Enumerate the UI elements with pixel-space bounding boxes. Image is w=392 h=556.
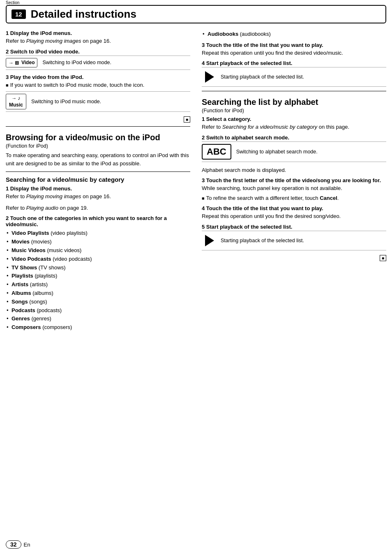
- sa-step4-body: Repeat this operation until you find the…: [202, 212, 386, 220]
- list-item: Composers (composers): [6, 323, 190, 332]
- list-item: Playlists (playlists): [6, 272, 190, 280]
- searching-cat-title: Searching for a video/music by category: [6, 176, 190, 183]
- divider1: [6, 126, 190, 127]
- music-icon-desc: Switching to iPod music mode.: [31, 99, 101, 104]
- page-number: 32: [6, 540, 21, 549]
- browsing-subtitle: (Function for iPod): [6, 143, 190, 149]
- section-label: Section: [6, 0, 19, 5]
- abc-desc: Switching to alphabet search mode.: [236, 149, 318, 155]
- right-column: Audiobooks (audiobooks) 3 Touch the titl…: [202, 30, 386, 335]
- divider3: [202, 91, 386, 91]
- sc-step2-heading: 2 Touch one of the categories in which y…: [6, 215, 190, 227]
- video-mode-row: Video Switching to iPod video mode.: [6, 56, 190, 70]
- audiobooks-item: Audiobooks (audiobooks): [202, 30, 386, 39]
- audiobooks-list: Audiobooks (audiobooks): [202, 30, 386, 39]
- list-item: Movies (movies): [6, 238, 190, 246]
- r-step3-body: Repeat this operation until you find the…: [202, 49, 386, 57]
- divider2: [6, 171, 190, 172]
- step1-heading: 1 Display the iPod menus.: [6, 30, 190, 36]
- r-step3-heading: 3 Touch the title of the list that you w…: [202, 42, 386, 48]
- category-list: Video Playlists (video playlists)Movies …: [6, 229, 190, 332]
- film-icon: [15, 60, 19, 66]
- sa-step3-body1: While searching, touch panel key operati…: [202, 184, 386, 192]
- abc-mode-row: ABC Switching to alphabet search mode.: [202, 141, 386, 162]
- play-desc2: Starting playback of the selected list.: [221, 238, 304, 243]
- sa-step1-heading: 1 Select a category.: [202, 116, 386, 122]
- list-item: Music Videos (music videos): [6, 246, 190, 255]
- list-item: Video Podcasts (video podcasts): [6, 255, 190, 264]
- music-icon: Music: [6, 94, 26, 109]
- play-icon2: [205, 235, 214, 246]
- left-column: 1 Display the iPod menus. Refer to Playi…: [6, 30, 190, 335]
- list-item: Albums (albums): [6, 289, 190, 298]
- list-item: TV Shows (TV shows): [6, 264, 190, 272]
- note-icon: [18, 95, 21, 101]
- sa-step2-heading: 2 Switch to alphabet search mode.: [202, 134, 386, 141]
- step1-body: Refer to Playing moving images on page 1…: [6, 37, 190, 45]
- page-footer: 32 En: [6, 540, 30, 549]
- searching-alpha-subtitle: (Function for iPod): [202, 108, 386, 114]
- page-title: Detailed instructions: [31, 8, 136, 21]
- step2-heading: 2 Switch to iPod video mode.: [6, 49, 190, 55]
- sa-step3-heading: 3 Touch the first letter of the title of…: [202, 177, 386, 183]
- list-item: Songs (songs): [6, 298, 190, 306]
- video-icon-desc: Switching to iPod video mode.: [42, 60, 111, 65]
- r-step4-heading: 4 Start playback of the selected list.: [202, 60, 386, 66]
- list-item: Podcasts (podcasts): [6, 306, 190, 315]
- page-header: 12 Detailed instructions: [6, 5, 386, 23]
- play-desc1: Starting playback of the selected list.: [221, 74, 304, 80]
- video-label: Video: [21, 60, 35, 65]
- sa-step5-heading: 5 Start playback of the selected list.: [202, 224, 386, 230]
- arrow-icon: [9, 60, 14, 66]
- list-item: Video Playlists (video playlists): [6, 229, 190, 238]
- sc-step1-heading: 1 Display the iPod menus.: [6, 185, 190, 192]
- sa-step3-body2: ■To refine the search with a different l…: [202, 194, 386, 202]
- section-number: 12: [12, 9, 26, 19]
- list-item: Genres (genres): [6, 315, 190, 323]
- play-row2: Starting playback of the selected list.: [202, 231, 386, 250]
- alpha-mode-text: Alphabet search mode is displayed.: [202, 166, 386, 174]
- language-label: En: [24, 542, 30, 548]
- music-label: Music: [9, 102, 23, 108]
- music-mode-row: Music Switching to iPod music mode.: [6, 91, 190, 112]
- play-icon1: [205, 71, 214, 83]
- sa-step1-body: Refer to Searching for a video/music by …: [202, 123, 386, 131]
- play-row1: Starting playback of the selected list.: [202, 67, 386, 87]
- sc-step1-body1: Refer to Playing moving images on page 1…: [6, 192, 190, 201]
- browsing-body: To make operating and searching easy, op…: [6, 151, 190, 167]
- stop-icon-left: ■: [184, 116, 190, 123]
- step3-body1: ■If you want to switch to iPod music mod…: [6, 81, 190, 89]
- abc-icon: ABC: [202, 144, 231, 160]
- list-item: Artists (artists): [6, 280, 190, 289]
- arrow-icon2: [12, 95, 16, 101]
- searching-alpha-title: Searching the list by alphabet: [202, 97, 386, 107]
- sa-step4-heading: 4 Touch the title of the list that you w…: [202, 205, 386, 211]
- step3-heading: 3 Play the video from the iPod.: [6, 74, 190, 80]
- browsing-title: Browsing for a video/music on the iPod: [6, 132, 190, 142]
- stop-icon-right: ■: [380, 255, 386, 261]
- sc-step1-body2: Refer to Playing audio on page 19.: [6, 204, 190, 212]
- video-icon: Video: [6, 58, 37, 67]
